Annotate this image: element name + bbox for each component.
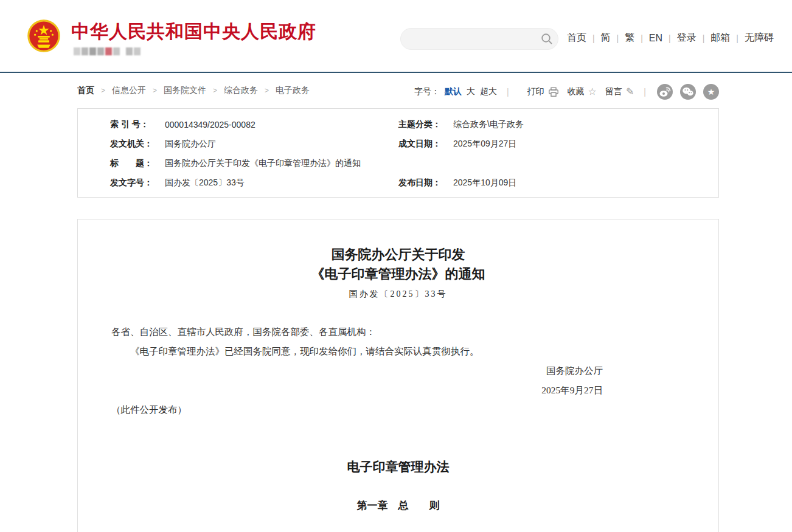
public-release-note: （此件公开发布） — [111, 400, 685, 420]
meta-label: 发文字号： — [110, 178, 165, 188]
meta-label: 标 题： — [110, 158, 165, 169]
salutation: 各省、自治区、直辖市人民政府，国务院各部委、各直属机构： — [111, 322, 685, 342]
site-title: 中华人民共和国中央人民政府 — [71, 19, 316, 44]
law-title: 电子印章管理办法 — [111, 458, 685, 475]
nav-english[interactable]: EN — [649, 33, 662, 44]
document-title-line1: 国务院办公厅关于印发 — [111, 245, 685, 264]
breadcrumb-home[interactable]: 首页 — [77, 85, 94, 96]
nav-simplified[interactable]: 简 — [601, 32, 611, 44]
document-body: 各省、自治区、直辖市人民政府，国务院各部委、各直属机构： 《电子印章管理办法》已… — [111, 322, 685, 420]
top-nav: 首页 | 简 | 繁 | EN | 登录 | 邮箱 | 无障碍 — [567, 32, 774, 44]
toolbar-divider: | — [644, 87, 646, 97]
meta-row-issuing-agency: 发文机关： 国务院办公厅 — [78, 134, 398, 154]
page: 中华人民共和国中央人民政府 首页 | 简 | 繁 | EN | — [0, 0, 792, 532]
font-size-xlarge[interactable]: 超大 — [480, 86, 497, 97]
signature-block: 国务院办公厅 2025年9月27日 — [111, 361, 685, 400]
nav-divider: | — [669, 33, 671, 43]
toolbar-divider: | — [507, 87, 509, 97]
pencil-icon: ✎ — [626, 87, 634, 97]
comment-button[interactable]: 留言 ✎ — [605, 86, 634, 97]
breadcrumb-egovernment: 电子政务 — [276, 85, 310, 96]
favorite-label: 收藏 — [568, 86, 585, 97]
star-icon: ☆ — [588, 87, 597, 97]
document-title-line2: 《电子印章管理办法》的通知 — [111, 264, 685, 284]
meta-label: 索 引 号： — [110, 119, 165, 130]
nav-divider: | — [617, 33, 619, 43]
share-qzone-button[interactable]: ★ — [703, 84, 719, 100]
font-size-large[interactable]: 大 — [467, 86, 475, 97]
print-label: 打印 — [527, 86, 544, 97]
meta-row-spacer — [398, 154, 718, 173]
meta-label: 发文机关： — [110, 139, 165, 150]
meta-value: 国办发〔2025〕33号 — [165, 178, 245, 188]
chapter-heading: 第一章 总 则 — [111, 499, 685, 513]
favorite-button[interactable]: 收藏 ☆ — [568, 86, 597, 97]
breadcrumb-general-affairs[interactable]: 综合政务 — [224, 85, 258, 96]
meta-column-right: 主题分类： 综合政务\电子政务 成文日期： 2025年09月27日 发布日期： … — [398, 115, 718, 197]
meta-row-publish-date: 发布日期： 2025年10月09日 — [398, 173, 718, 193]
document-number: 国办发〔2025〕33号 — [111, 289, 685, 300]
meta-label: 主题分类： — [398, 119, 453, 130]
chevron-right-icon: > — [213, 86, 217, 95]
comment-label: 留言 — [605, 86, 622, 97]
print-button[interactable]: 打印 — [527, 86, 559, 97]
breadcrumb: 首页 > 信息公开 > 国务院文件 > 综合政务 > 电子政务 — [77, 85, 310, 96]
nav-login[interactable]: 登录 — [677, 32, 696, 44]
meta-row-doc-number: 发文字号： 国办发〔2025〕33号 — [78, 173, 398, 193]
nav-home[interactable]: 首页 — [567, 32, 586, 44]
meta-value: 2025年10月09日 — [453, 178, 516, 188]
nav-divider: | — [703, 33, 705, 43]
font-size-default[interactable]: 默认 — [445, 86, 462, 97]
site-logo-link[interactable]: 中华人民共和国中央人民政府 — [27, 19, 316, 55]
sign-date: 2025年9月27日 — [111, 381, 603, 400]
meta-column-left: 索 引 号： 000014349/2025-00082 发文机关： 国务院办公厅… — [78, 115, 398, 197]
wechat-icon — [680, 84, 696, 100]
search-button[interactable] — [536, 28, 558, 50]
share-weibo-button[interactable] — [657, 84, 673, 100]
printer-icon — [548, 87, 559, 97]
nav-traditional[interactable]: 繁 — [625, 32, 634, 44]
document-meta-box: 索 引 号： 000014349/2025-00082 发文机关： 国务院办公厅… — [77, 108, 719, 198]
nav-divider: | — [592, 33, 595, 43]
chevron-right-icon: > — [265, 86, 269, 95]
nav-accessibility[interactable]: 无障碍 — [745, 32, 774, 44]
meta-row-written-date: 成文日期： 2025年09月27日 — [398, 134, 718, 154]
meta-row-topic-category: 主题分类： 综合政务\电子政务 — [398, 115, 718, 134]
share-wechat-button[interactable] — [680, 84, 696, 100]
breadcrumb-state-council-docs[interactable]: 国务院文件 — [164, 85, 206, 96]
nav-mail[interactable]: 邮箱 — [710, 32, 730, 44]
meta-value: 000014349/2025-00082 — [165, 120, 255, 130]
paragraph: 《电子印章管理办法》已经国务院同意，现印发给你们，请结合实际认真贯彻执行。 — [111, 342, 685, 361]
meta-row-index-number: 索 引 号： 000014349/2025-00082 — [78, 115, 398, 134]
meta-value: 国务院办公厅关于印发《电子印章管理办法》的通知 — [165, 158, 361, 169]
meta-value: 国务院办公厅 — [165, 139, 216, 150]
nav-divider: | — [736, 33, 738, 43]
meta-value: 综合政务\电子政务 — [453, 119, 524, 130]
meta-value: 2025年09月27日 — [453, 139, 516, 150]
article-toolbar: 字号： 默认 大 超大 | 打印 收藏 ☆ 留言 — [414, 84, 719, 100]
meta-label: 成文日期： — [398, 139, 453, 150]
breadcrumb-toolbar-row: 首页 > 信息公开 > 国务院文件 > 综合政务 > 电子政务 字号： 默认 大… — [77, 73, 719, 108]
meta-label: 发布日期： — [398, 178, 453, 188]
chevron-right-icon: > — [101, 86, 105, 95]
document-content-box: 国务院办公厅关于印发 《电子印章管理办法》的通知 国办发〔2025〕33号 各省… — [77, 219, 719, 532]
share-group: ★ — [657, 84, 719, 100]
search-icon — [541, 33, 553, 45]
site-header: 中华人民共和国中央人民政府 首页 | 简 | 繁 | EN | — [0, 0, 792, 72]
national-emblem-icon — [27, 19, 60, 52]
breadcrumb-info-disclosure[interactable]: 信息公开 — [112, 85, 146, 96]
qzone-star-icon: ★ — [707, 87, 715, 97]
signer: 国务院办公厅 — [111, 361, 603, 381]
blurred-subtitle — [74, 47, 316, 55]
chevron-right-icon: > — [153, 86, 157, 95]
weibo-icon — [657, 84, 673, 100]
nav-divider: | — [641, 33, 643, 43]
font-size-label: 字号： — [414, 86, 440, 97]
search-box — [400, 28, 558, 50]
meta-row-title: 标 题： 国务院办公厅关于印发《电子印章管理办法》的通知 — [78, 154, 398, 173]
search-input[interactable] — [401, 30, 536, 48]
brand-text: 中华人民共和国中央人民政府 — [71, 19, 316, 55]
